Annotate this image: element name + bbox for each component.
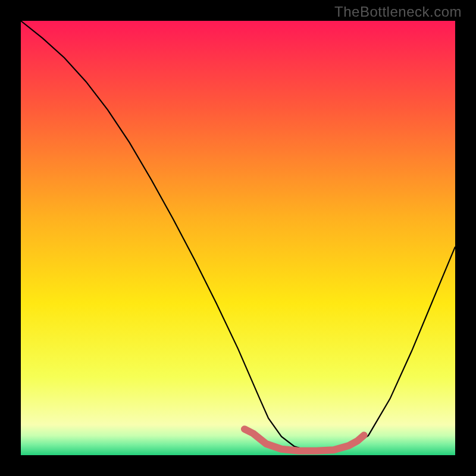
chart-svg xyxy=(0,0,476,476)
plot-background xyxy=(21,21,455,455)
chart-container: TheBottleneck.com xyxy=(0,0,476,476)
watermark-text: TheBottleneck.com xyxy=(334,4,462,20)
